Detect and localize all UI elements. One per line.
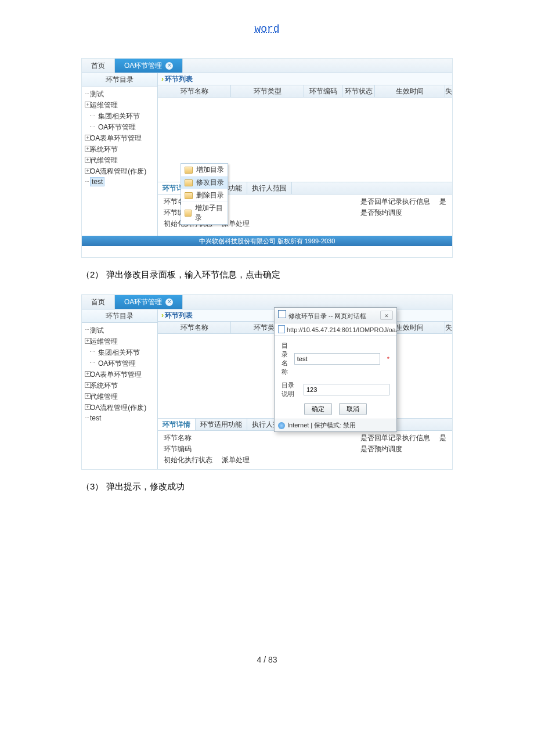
- tree: 测试 运维管理 集团相关环节 OA环节管理 OA表单环节管理 系统环节 代维管理…: [82, 87, 157, 189]
- col-exp[interactable]: 失效时间: [445, 85, 452, 97]
- tree-node-sys[interactable]: 系统环节: [82, 380, 157, 391]
- tree-node-agent[interactable]: 代维管理: [82, 391, 157, 402]
- close-icon[interactable]: ×: [165, 298, 173, 306]
- tab-oa-label: OA环节管理: [124, 59, 162, 73]
- ok-button[interactable]: 确定: [304, 403, 332, 415]
- step-2-text: （2） 弹出修改目录面板，输入环节信息，点击确定: [81, 269, 453, 280]
- dialog-close-button[interactable]: ⨉: [380, 311, 393, 320]
- name-label: 目录名称: [282, 341, 288, 376]
- tab-home[interactable]: 首页: [82, 295, 115, 309]
- tree-node-agent[interactable]: 代维管理: [82, 155, 157, 166]
- grid-header: 环节名称 环节类型 环节编码 环节状态 生效时间 失效时间: [158, 85, 452, 98]
- app-screenshot-1: 首页 OA环节管理 × 环节目录 测试 运维管理 集团相关环节 OA环节管理 O…: [81, 58, 453, 258]
- tree-node-ops[interactable]: 运维管理: [82, 336, 157, 347]
- edit-dir-dialog: 修改环节目录 -- 网页对话框 ⨉ http://10.45.47.214:80…: [274, 307, 397, 432]
- detail-tab-info[interactable]: 环节详情: [158, 419, 196, 430]
- lbl-rec: 是否回单记录执行信息: [360, 197, 430, 207]
- context-menu: 增加目录 修改目录 删除目录 增加子目录: [181, 163, 228, 225]
- close-icon[interactable]: ×: [165, 62, 173, 70]
- col-code[interactable]: 环节编码: [304, 85, 342, 97]
- desc-input[interactable]: [304, 384, 389, 395]
- cancel-button[interactable]: 取消: [339, 403, 367, 415]
- folder-icon: [185, 167, 193, 174]
- lbl-sched: 是否预约调度: [360, 208, 402, 218]
- col-name[interactable]: 环节名称: [158, 85, 231, 97]
- tree-node-test[interactable]: 测试: [82, 325, 157, 336]
- page-icon: [278, 310, 286, 318]
- tree-node-flow[interactable]: OA流程管理(作废): [82, 402, 157, 413]
- footer: 中兴软创科技股份有限公司 版权所有 1999-2030: [82, 236, 452, 246]
- sidebar-title: 环节目录: [82, 73, 157, 87]
- chevron-down-icon: ›: [161, 75, 164, 83]
- ctx-del-dir[interactable]: 删除目录: [181, 189, 228, 202]
- col-name[interactable]: 环节名称: [158, 322, 231, 333]
- internet-icon: [278, 422, 285, 429]
- dialog-status-text: Internet | 保护模式: 禁用: [287, 421, 356, 430]
- tree-node-test[interactable]: 测试: [82, 89, 157, 100]
- tree-node-sys[interactable]: 系统环节: [82, 144, 157, 155]
- tree-node-test2[interactable]: test: [82, 413, 157, 423]
- tab-bar: 首页 OA环节管理 ×: [82, 59, 452, 73]
- name-input[interactable]: [294, 353, 380, 365]
- app-screenshot-2: 首页 OA环节管理 × 环节目录 测试 运维管理 集团相关环节 OA环节管理 O…: [81, 294, 453, 470]
- tree-node-group[interactable]: 集团相关环节: [82, 111, 157, 122]
- tab-oa-label: OA环节管理: [124, 295, 162, 309]
- required-icon: *: [387, 355, 389, 362]
- col-eff[interactable]: 生效时间: [375, 85, 445, 97]
- val-rec: 是: [439, 197, 446, 207]
- sidebar-title: 环节目录: [82, 309, 157, 323]
- tree-node-group[interactable]: 集团相关环节: [82, 347, 157, 358]
- detail-tab-func[interactable]: 环节适用功能: [196, 419, 247, 430]
- tree-node-test2[interactable]: test: [82, 177, 157, 186]
- tab-oa[interactable]: OA环节管理 ×: [115, 295, 183, 309]
- chevron-down-icon: ›: [161, 311, 164, 319]
- list-title: ›环节列表: [158, 73, 452, 85]
- tree-node-oa[interactable]: OA环节管理: [82, 122, 157, 133]
- detail-tab-scope[interactable]: 执行人范围: [247, 182, 292, 194]
- tree-node-oa-form[interactable]: OA表单环节管理: [82, 369, 157, 380]
- dialog-url: http://10.45.47.214:8011/IOMPROJ/oa/tach…: [275, 323, 396, 336]
- ctx-edit-dir[interactable]: 修改目录: [181, 177, 228, 189]
- doc-header: word: [0, 23, 534, 35]
- page-icon: [278, 325, 285, 333]
- tab-home[interactable]: 首页: [82, 59, 115, 73]
- tab-oa[interactable]: OA环节管理 ×: [115, 59, 183, 73]
- folder-icon: [185, 179, 193, 186]
- ctx-add-dir[interactable]: 增加目录: [181, 164, 228, 177]
- ctx-add-sub[interactable]: 增加子目录: [181, 202, 228, 224]
- step-3-text: （3） 弹出提示，修改成功: [81, 481, 453, 492]
- col-exp[interactable]: 失效时间: [445, 322, 452, 333]
- tree-node-flow[interactable]: OA流程管理(作废): [82, 166, 157, 177]
- tree-node-oa-form[interactable]: OA表单环节管理: [82, 133, 157, 144]
- col-state[interactable]: 环节状态: [342, 85, 375, 97]
- folder-icon: [185, 210, 192, 217]
- folder-icon: [185, 192, 193, 199]
- dialog-title: 修改环节目录 -- 网页对话框: [288, 312, 366, 319]
- col-type[interactable]: 环节类型: [231, 85, 304, 97]
- page-number: 4 / 83: [0, 655, 534, 664]
- tree-node-ops[interactable]: 运维管理: [82, 100, 157, 111]
- tree-node-oa[interactable]: OA环节管理: [82, 358, 157, 369]
- desc-label: 目录说明: [282, 381, 298, 398]
